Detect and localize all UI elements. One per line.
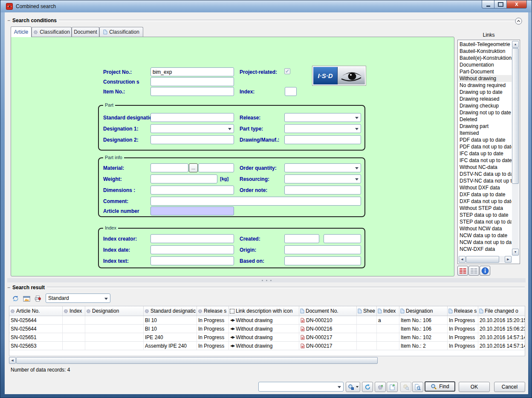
- collapse-chevron-button[interactable]: [515, 17, 522, 25]
- link-item[interactable]: DXF data not up to date: [459, 198, 512, 205]
- link-item[interactable]: Drawing released: [459, 96, 512, 102]
- ok-button[interactable]: OK: [459, 382, 490, 392]
- footer-search-combobox[interactable]: [258, 382, 344, 392]
- link-item[interactable]: DXF data up to date: [459, 191, 512, 198]
- list-view-red-button[interactable]: [457, 266, 468, 276]
- drawing-manuf-input[interactable]: [284, 135, 361, 144]
- link-item[interactable]: IFC data up to date: [459, 150, 512, 157]
- link-item[interactable]: STEP data not up to date: [459, 218, 512, 225]
- cancel-button[interactable]: Cancel: [494, 382, 525, 392]
- column-header[interactable]: Designation: [399, 306, 448, 316]
- designation1-combobox[interactable]: [150, 124, 234, 133]
- result-view-combobox[interactable]: Standard: [46, 293, 110, 303]
- refresh-search-button[interactable]: [362, 382, 373, 392]
- info-button[interactable]: [480, 266, 490, 276]
- order-note-input[interactable]: [284, 186, 361, 195]
- index-date-input[interactable]: [150, 245, 234, 254]
- scroll-up-button[interactable]: ▲: [512, 41, 519, 48]
- column-header[interactable]: Standard designatic: [144, 306, 197, 316]
- part-type-combobox[interactable]: [284, 124, 361, 133]
- comment-input[interactable]: [150, 197, 361, 206]
- link-item[interactable]: Bauteil-Teilegeometrie: [459, 41, 512, 48]
- load-part-search-button[interactable]: [375, 382, 386, 392]
- column-header[interactable]: Designation: [85, 306, 144, 316]
- column-header[interactable]: Article No.: [9, 306, 63, 316]
- created-input-1[interactable]: [284, 234, 319, 243]
- material-input-1[interactable]: [150, 163, 188, 172]
- tab-classification-1[interactable]: Classification: [32, 27, 72, 37]
- material-input-2[interactable]: [198, 163, 234, 172]
- link-item[interactable]: Without drawing: [459, 75, 512, 82]
- table-row[interactable]: SN-025644BI 10In Progress◀▶Without drawi…: [9, 316, 525, 325]
- link-item[interactable]: NCW data up to date: [459, 232, 512, 239]
- link-item[interactable]: Without NCW data: [459, 225, 512, 232]
- project-no-input[interactable]: [150, 67, 234, 76]
- link-item[interactable]: Deleted: [459, 116, 512, 123]
- weight-input[interactable]: [150, 174, 217, 183]
- table-row[interactable]: SN-025651IPE 240In Progress◀▶Without dra…: [9, 333, 525, 342]
- link-item[interactable]: Drawing checkup: [459, 102, 512, 109]
- index-input[interactable]: [285, 87, 297, 96]
- refresh-result-button[interactable]: [11, 294, 20, 303]
- index-text-input[interactable]: [150, 256, 234, 265]
- find-button[interactable]: Find: [425, 381, 455, 392]
- link-item[interactable]: Bauteil(e)-Konstruktion: [459, 55, 512, 61]
- export-view-button[interactable]: [22, 294, 31, 303]
- links-vertical-scrollbar[interactable]: ▲ ▼: [512, 41, 519, 256]
- document-search-button[interactable]: [412, 382, 423, 392]
- scroll-left-button[interactable]: ◀: [459, 256, 466, 263]
- column-header[interactable]: Release s: [448, 306, 478, 316]
- link-item[interactable]: NCW-DXF data: [459, 246, 512, 253]
- tab-classification-2[interactable]: Classification: [99, 27, 143, 37]
- index-creator-input[interactable]: [150, 234, 234, 243]
- close-button[interactable]: X: [507, 0, 527, 9]
- dimensions-input[interactable]: [150, 186, 234, 195]
- link-item[interactable]: Without STEP data: [459, 205, 512, 212]
- link-item[interactable]: No drawing required: [459, 82, 512, 89]
- print-result-button[interactable]: [33, 294, 42, 303]
- column-header[interactable]: File changed o: [478, 306, 525, 316]
- links-horizontal-scrollbar[interactable]: ◀ ▶: [459, 256, 512, 263]
- horizontal-scroll-thumb[interactable]: [16, 357, 378, 364]
- link-item[interactable]: DSTV-NC data not up to date: [459, 177, 512, 184]
- link-item[interactable]: Drawing up to date: [459, 89, 512, 96]
- link-item[interactable]: Bauteil-Konstruktion: [459, 48, 512, 55]
- tab-article[interactable]: Article: [11, 26, 32, 37]
- based-on-input[interactable]: [284, 256, 361, 265]
- result-horizontal-scrollbar[interactable]: ◀: [9, 357, 378, 364]
- release-combobox[interactable]: [284, 113, 361, 122]
- link-item[interactable]: Without NC-data: [459, 164, 512, 171]
- column-header[interactable]: Index: [377, 306, 399, 316]
- vertical-scroll-thumb[interactable]: [512, 48, 519, 184]
- order-quantity-combobox[interactable]: [284, 163, 361, 172]
- resourcing-combobox[interactable]: [284, 174, 361, 183]
- scroll-right-button[interactable]: ▶: [505, 256, 512, 263]
- column-header[interactable]: Document No.: [299, 306, 357, 316]
- link-item[interactable]: PDF data not up to date: [459, 143, 512, 150]
- standard-designation-input[interactable]: [150, 113, 234, 122]
- scroll-down-button[interactable]: ▼: [512, 249, 519, 256]
- material-browse-button[interactable]: ...: [189, 163, 198, 172]
- column-header[interactable]: Shee: [357, 306, 377, 316]
- table-row[interactable]: SN-025644BI 10In Progress◀▶Without drawi…: [9, 325, 525, 333]
- link-item[interactable]: PDF data up to date: [459, 137, 512, 143]
- link-item[interactable]: Without DXF data: [459, 184, 512, 191]
- link-item[interactable]: Documentation: [459, 61, 512, 68]
- construction-input[interactable]: [150, 77, 234, 86]
- designation2-input[interactable]: [150, 135, 234, 144]
- link-item[interactable]: Part-Document: [459, 68, 512, 75]
- table-row[interactable]: SN-025653Assembly IPE 240In Progress◀▶Wi…: [9, 342, 525, 350]
- tab-document[interactable]: Document: [72, 27, 99, 37]
- link-item[interactable]: DSTV-NC data up to date: [459, 171, 512, 177]
- scroll-left-button[interactable]: ◀: [9, 357, 16, 364]
- item-no-input[interactable]: [150, 87, 234, 96]
- save-search-split-button[interactable]: [346, 382, 360, 392]
- maximize-button[interactable]: [494, 0, 507, 9]
- link-item[interactable]: STEP data up to date: [459, 212, 512, 218]
- link-item[interactable]: Itemised: [459, 130, 512, 137]
- list-view-gray-button[interactable]: [468, 266, 479, 276]
- link-item[interactable]: Drawing part: [459, 123, 512, 130]
- section-splitter[interactable]: [7, 278, 526, 282]
- load-document-search-button[interactable]: [387, 382, 398, 392]
- origin-input[interactable]: [284, 245, 361, 254]
